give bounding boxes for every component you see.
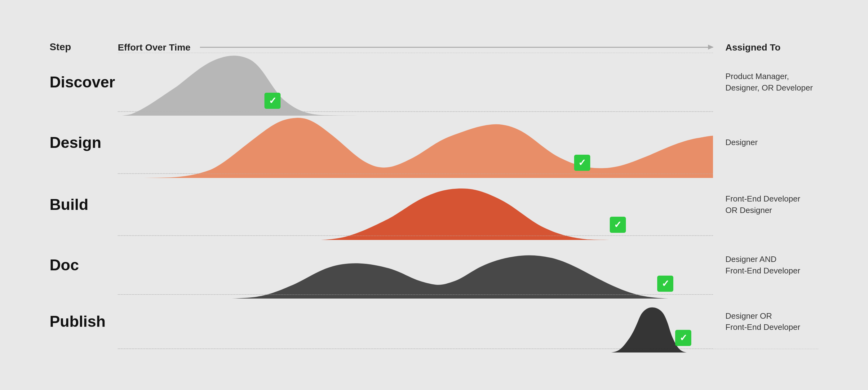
check-design: ✓ xyxy=(574,155,590,171)
header-row: Step Effort Over Time Assigned To xyxy=(50,41,818,53)
step-label-discover: Discover xyxy=(50,73,118,91)
row-build: Build ✓ Front-End DeveloperOR Designer xyxy=(50,174,818,236)
step-header-cell: Step xyxy=(50,41,118,53)
check-build: ✓ xyxy=(610,217,626,233)
assigned-header-label: Assigned To xyxy=(725,42,781,52)
assigned-build: Front-End DeveloperOR Designer xyxy=(713,193,818,216)
check-publish: ✓ xyxy=(675,330,691,346)
wave-doc xyxy=(118,236,713,299)
assigned-doc: Designer ANDFront-End Developer xyxy=(713,253,818,276)
chart-area-design: ✓ xyxy=(118,112,713,174)
chart-area-build: ✓ xyxy=(118,174,713,236)
wave-design xyxy=(118,112,713,178)
effort-arrow xyxy=(200,47,713,48)
assigned-publish: Designer ORFront-End Developer xyxy=(713,310,818,333)
effort-header-label: Effort Over Time xyxy=(118,42,191,53)
assigned-header-cell: Assigned To xyxy=(713,42,818,53)
step-label-publish: Publish xyxy=(50,312,118,330)
check-discover: ✓ xyxy=(265,93,281,109)
chart-area-publish: ✓ xyxy=(118,295,713,349)
check-doc: ✓ xyxy=(657,276,673,292)
assigned-discover: Product Manager,Designer, OR Developer xyxy=(713,71,818,93)
row-discover: Discover ✓ Product Manager,Designer, OR … xyxy=(50,53,818,112)
wave-publish xyxy=(118,295,713,353)
effort-header-cell: Effort Over Time xyxy=(118,42,713,53)
chart-area-doc: ✓ xyxy=(118,236,713,295)
wave-discover xyxy=(118,53,713,116)
step-label-design: Design xyxy=(50,133,118,152)
main-container: Step Effort Over Time Assigned To Discov… xyxy=(31,29,837,361)
assigned-design: Designer xyxy=(713,137,818,148)
row-design: Design ✓ Designer xyxy=(50,112,818,174)
step-label-doc: Doc xyxy=(50,256,118,274)
row-publish: Publish ✓ Designer ORFront-End Developer xyxy=(50,295,818,349)
step-label-build: Build xyxy=(50,196,118,214)
row-doc: Doc ✓ Designer ANDFront-End Developer xyxy=(50,236,818,295)
chart-area-discover: ✓ xyxy=(118,53,713,112)
effort-header: Effort Over Time xyxy=(118,42,713,53)
step-header-label: Step xyxy=(50,41,71,52)
